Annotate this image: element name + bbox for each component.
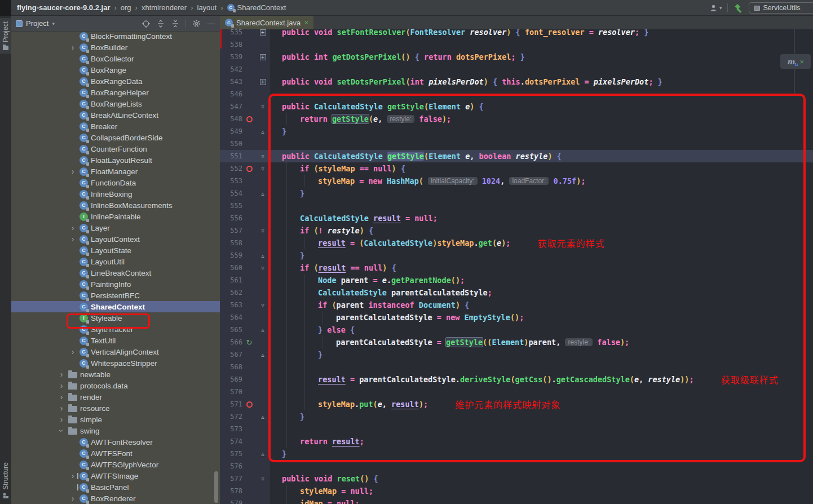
tree-item-awtfsglyphvector[interactable]: CAWTFSGlyphVector	[11, 459, 220, 470]
tree-item-counterfunction[interactable]: CCounterFunction	[11, 143, 220, 154]
tree-item-inlinepaintable[interactable]: IInlinePaintable	[11, 211, 220, 222]
tree-item-awtfsfont[interactable]: CAWTFSFont	[11, 448, 220, 459]
tree-item-functiondata[interactable]: CFunctionData	[11, 177, 220, 188]
tree-item-boxrangedata[interactable]: CBoxRangeData	[11, 76, 220, 87]
code-line-565[interactable]: 565▵} else {	[220, 324, 813, 336]
close-icon[interactable]: ×	[304, 19, 308, 26]
line-number[interactable]: 562	[220, 289, 242, 297]
breakpoint-icon[interactable]	[246, 401, 253, 408]
code-line-573[interactable]: 573	[220, 423, 813, 435]
code-line-572[interactable]: 572▵}	[220, 410, 813, 423]
breakpoint-icon[interactable]	[246, 116, 253, 122]
line-number[interactable]: 538	[220, 41, 242, 48]
code-line-564[interactable]: 564parentCalculatedStyle = new EmptyStyl…	[220, 311, 813, 324]
recursive-call-icon[interactable]: ↻	[246, 339, 253, 346]
tree-item-layer[interactable]: ›CLayer	[11, 222, 220, 233]
fold-expand-icon[interactable]: +	[260, 79, 266, 85]
fold-end-icon[interactable]: ▵	[261, 129, 264, 135]
code-line-570[interactable]: 570	[220, 386, 813, 398]
line-number[interactable]: 555	[220, 202, 242, 210]
fold-start-icon[interactable]: ▿	[261, 228, 264, 234]
code-line-575[interactable]: 575▵}	[220, 448, 813, 460]
chevron-down-icon[interactable]: ›	[58, 427, 65, 435]
fold-end-icon[interactable]: ▵	[261, 327, 264, 333]
run-configuration-select[interactable]: ServiceUtils	[749, 2, 813, 14]
tree-item-resource[interactable]: ›resource	[11, 403, 220, 414]
line-number[interactable]: 569	[220, 375, 242, 383]
project-view-selector[interactable]: Project ▾	[16, 19, 55, 28]
tree-item-awtfontresolver[interactable]: CAWTFontResolver	[11, 436, 220, 448]
line-number[interactable]: 576	[220, 462, 242, 470]
tree-item-styleable[interactable]: IStyleable	[11, 312, 220, 324]
code-line-539[interactable]: 539+public int getDotsPerPixel() { retur…	[220, 51, 813, 63]
line-number[interactable]: 542	[220, 65, 242, 73]
code-line-561[interactable]: 561Node parent = e.getParentNode();	[220, 274, 813, 286]
code-line-571[interactable]: 571styleMap.put(e, result);维护元素的样式映射对象	[220, 398, 813, 410]
fold-start-icon[interactable]: ▿	[261, 166, 264, 172]
chevron-right-icon[interactable]: ›	[69, 235, 77, 243]
code-line-559[interactable]: 559▵}	[220, 249, 813, 262]
tree-item-persistentbfc[interactable]: CPersistentBFC	[11, 290, 220, 301]
line-number[interactable]: 579	[220, 499, 242, 504]
line-number[interactable]: 574	[220, 437, 242, 445]
line-number[interactable]: 554	[220, 189, 242, 197]
code-line-535[interactable]: 535+public void setFontResolver(FontReso…	[220, 29, 813, 38]
line-number[interactable]: 559	[220, 251, 242, 259]
chevron-right-icon[interactable]: ›	[69, 224, 77, 232]
line-number[interactable]: 551	[220, 152, 242, 160]
chevron-right-icon[interactable]: ›	[69, 494, 77, 502]
breadcrumb-class[interactable]: CSharedContext	[227, 3, 286, 12]
tree-item-styletracker[interactable]: CStyleTracker	[11, 324, 220, 335]
fold-expand-icon[interactable]: +	[260, 29, 266, 36]
close-icon[interactable]: ×	[800, 58, 805, 66]
tree-item-boxbuilder[interactable]: ›CBoxBuilder	[11, 42, 220, 53]
code-line-578[interactable]: 578styleMap = null;	[220, 485, 813, 497]
line-number[interactable]: 547	[220, 103, 242, 110]
code-line-542[interactable]: 542	[220, 63, 813, 76]
fold-end-icon[interactable]: ▵	[261, 253, 264, 259]
tree-item-breakatlinecontext[interactable]: CBreakAtLineContext	[11, 109, 220, 121]
fold-end-icon[interactable]: ▵	[261, 451, 264, 457]
line-number[interactable]: 572	[220, 413, 242, 421]
tree-item-textutil[interactable]: CTextUtil	[11, 335, 220, 346]
chevron-right-icon[interactable]: ›	[69, 43, 77, 51]
toolwindow-project-button[interactable]: Project	[0, 18, 11, 54]
collapse-all-icon[interactable]	[171, 19, 180, 28]
tree-item-inlineboxmeasurements[interactable]: CInlineBoxMeasurements	[11, 200, 220, 211]
settings-gear-icon[interactable]	[192, 19, 201, 28]
tree-item-simple[interactable]: ›simple	[11, 414, 220, 425]
tree-item-swing[interactable]: ›swing	[11, 425, 220, 436]
line-number[interactable]: 546	[220, 90, 242, 98]
tree-item-sharedcontext[interactable]: CSharedContext	[11, 301, 220, 312]
code-line-563[interactable]: 563▿if (parent instanceof Document) {	[220, 299, 813, 311]
line-number[interactable]: 556	[220, 214, 242, 222]
code-line-562[interactable]: 562CalculatedStyle parentCalculatedStyle…	[220, 286, 813, 299]
breadcrumb-item[interactable]: layout	[197, 3, 217, 12]
tree-item-floatmanager[interactable]: ›CFloatManager	[11, 166, 220, 177]
tree-item-boxrangehelper[interactable]: CBoxRangeHelper	[11, 87, 220, 98]
tree-item-whitespacestripper[interactable]: CWhitespaceStripper	[11, 357, 220, 369]
code-line-556[interactable]: 556CalculatedStyle result = null;	[220, 212, 813, 224]
fold-start-icon[interactable]: ▿	[261, 153, 264, 160]
code-line-557[interactable]: 557▿if (! restyle) {	[220, 224, 813, 237]
chevron-right-icon[interactable]: ›	[69, 348, 77, 356]
tree-item-blockformattingcontext[interactable]: CBlockFormattingContext	[11, 32, 220, 42]
line-number[interactable]: 564	[220, 313, 242, 321]
build-hammer-icon[interactable]	[733, 3, 744, 14]
toolwindow-structure-button[interactable]: Structure	[0, 459, 11, 502]
code-line-555[interactable]: 555	[220, 200, 813, 212]
code-line-567[interactable]: 567▵}	[220, 348, 813, 361]
locate-file-icon[interactable]	[142, 19, 151, 28]
code-line-560[interactable]: 560▿if (result == null) {	[220, 262, 813, 274]
fold-expand-icon[interactable]: +	[260, 54, 266, 60]
line-number[interactable]: 558	[220, 239, 242, 247]
tree-item-boxrangelists[interactable]: CBoxRangeLists	[11, 98, 220, 109]
code-line-551[interactable]: 551▿public CalculatedStyle getStyle(Elem…	[220, 150, 813, 162]
chevron-right-icon[interactable]: ›	[69, 472, 77, 480]
tab-sharedcontext[interactable]: C SharedContext.java ×	[220, 16, 313, 29]
tree-item-boxcollector[interactable]: CBoxCollector	[11, 53, 220, 64]
code-line-548[interactable]: 548return getStyle(e, restyle: false);	[220, 113, 813, 125]
expand-all-icon[interactable]	[156, 19, 165, 28]
line-number[interactable]: 539	[220, 53, 242, 61]
line-number[interactable]: 553	[220, 177, 242, 185]
